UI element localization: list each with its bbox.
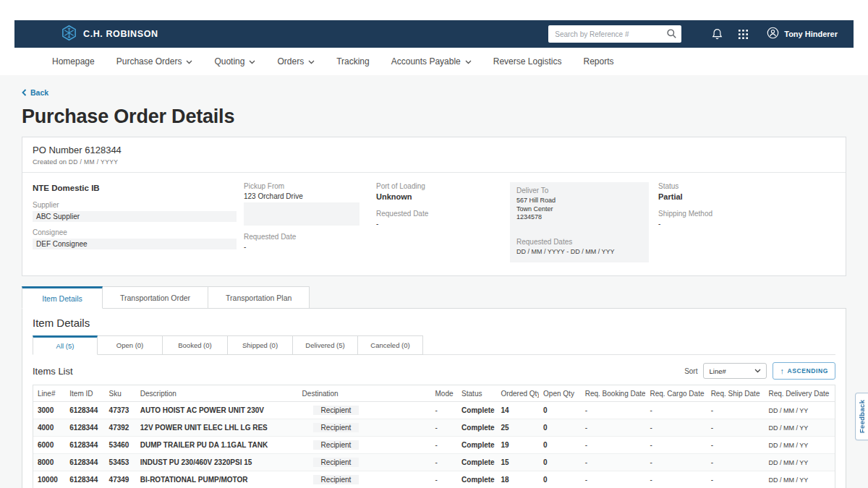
nav-item-purchase-orders[interactable]: Purchase Orders: [116, 56, 193, 67]
cell-req_delivery_date: DD / MM / YY: [764, 454, 835, 471]
col-header-mode: Mode: [431, 385, 458, 402]
cell-item_id: 6128344: [65, 402, 104, 419]
pickup-requested-date-value: -: [244, 243, 376, 251]
cell-status: Complete: [457, 454, 496, 471]
col-header-status: Status: [457, 385, 496, 402]
cell-open_qty: 0: [539, 402, 581, 419]
tab-panel: Item Details All (5)Open (0)Booked (0)Sh…: [22, 308, 846, 488]
filter-tab-open-0[interactable]: Open (0): [98, 335, 163, 355]
tab-item-details[interactable]: Item Details: [22, 286, 103, 309]
cell-item_id: 6128344: [65, 454, 104, 471]
status-column: Status Partial Shipping Method -: [658, 182, 835, 262]
arrow-up-icon: ↑: [780, 367, 784, 375]
nav-item-reports[interactable]: Reports: [584, 56, 614, 67]
search-input[interactable]: [548, 25, 681, 43]
item-status-filters: All (5)Open (0)Booked (0)Shipped (0)Deli…: [33, 335, 835, 355]
sort-label: Sort: [684, 367, 697, 375]
nav-item-quoting[interactable]: Quoting: [214, 56, 255, 67]
filter-tab-delivered-5[interactable]: Delivered (5): [293, 335, 358, 355]
cell-req_delivery_date: DD / MM / YY: [764, 402, 835, 419]
cell-sku: 47373: [105, 402, 136, 419]
apps-grid-icon[interactable]: [739, 30, 748, 39]
nav-item-tracking[interactable]: Tracking: [336, 56, 370, 67]
table-row[interactable]: 400061283444739212V POWER UNIT ELEC LHL …: [33, 419, 835, 437]
top-margin: [0, 0, 868, 20]
cell-req_delivery_date: DD / MM / YY: [764, 419, 835, 437]
cell-req_delivery_date: DD / MM / YY: [764, 471, 835, 488]
cell-description: AUTO HOIST AC POWER UNIT 230V: [136, 402, 298, 419]
tab-transportation-order[interactable]: Transportation Order: [103, 286, 208, 309]
user-name: Tony Hinderer: [784, 30, 838, 38]
cell-req_ship_date: -: [707, 471, 765, 488]
filter-tab-all-5[interactable]: All (5): [33, 335, 98, 355]
nav-item-reverse-logistics[interactable]: Reverse Logistics: [493, 56, 562, 67]
sort-selected-value: Line#: [709, 367, 754, 375]
chevron-down-icon: [249, 60, 255, 64]
col-header-req_cargo_date: Req. Cargo Date: [645, 385, 706, 402]
consignee-label: Consignee: [33, 228, 244, 236]
deliver-requested-dates-label: Requested Dates: [516, 238, 642, 246]
nav-item-homepage[interactable]: Homepage: [52, 56, 95, 67]
cell-line: 4000: [33, 419, 65, 437]
table-row[interactable]: 10000612834447349BI-ROTATIONAL PUMP/MOTO…: [33, 471, 835, 488]
feedback-button[interactable]: Feedback: [855, 393, 868, 440]
tab-transportation-plan[interactable]: Transportation Plan: [208, 286, 310, 309]
chevron-down-icon: [465, 60, 472, 64]
cell-description: BI-ROTATIONAL PUMP/MOTOR: [136, 471, 298, 488]
search-icon[interactable]: [666, 28, 677, 42]
chevron-down-icon: [308, 60, 315, 64]
cell-destination: Recipient: [298, 437, 431, 454]
cell-status: Complete: [457, 471, 496, 488]
pickup-from-label: Pickup From: [244, 182, 376, 190]
cell-item_id: 6128344: [65, 471, 104, 488]
brand[interactable]: C.H. ROBINSON: [61, 25, 158, 44]
user-menu[interactable]: Tony Hinderer: [767, 27, 838, 42]
reference-search: [548, 25, 681, 43]
section-heading: Item Details: [33, 317, 835, 329]
user-avatar-icon: [767, 27, 779, 42]
back-label: Back: [30, 88, 48, 97]
nav-item-accounts-payable[interactable]: Accounts Payable: [391, 56, 472, 67]
back-link[interactable]: Back: [22, 88, 48, 97]
cell-ordered_qty: 15: [496, 454, 539, 471]
notifications-bell-icon[interactable]: [712, 28, 723, 40]
deliver-to-column: Deliver To 567 Hill Road Town Center 123…: [510, 182, 658, 262]
filter-tab-canceled-0[interactable]: Canceled (0): [358, 335, 423, 355]
col-header-line: Line#: [33, 385, 65, 402]
cell-description: INDUST PU 230/460V 2320PSI 15: [136, 454, 298, 471]
col-header-description: Description: [136, 385, 298, 402]
cell-open_qty: 0: [539, 419, 581, 437]
cell-req_booking_date: -: [581, 402, 646, 419]
filter-tab-booked-0[interactable]: Booked (0): [163, 335, 228, 355]
cell-line: 10000: [33, 471, 65, 488]
cell-mode: -: [431, 454, 458, 471]
pickup-from-value: 123 Orchard Drive: [244, 192, 376, 200]
po-detail-tabs: Item DetailsTransportation OrderTranspor…: [22, 286, 846, 309]
table-row[interactable]: 3000612834447373AUTO HOIST AC POWER UNIT…: [33, 402, 835, 419]
cell-sku: 53453: [105, 454, 136, 471]
cell-sku: 47392: [105, 419, 136, 437]
status-badge: Partial: [658, 192, 835, 201]
cell-req_ship_date: -: [707, 419, 765, 437]
cell-line: 6000: [33, 437, 65, 454]
po-parties-column: NTE Domestic IB Supplier ABC Supplier Co…: [33, 182, 244, 262]
cell-req_cargo_date: -: [645, 419, 706, 437]
filter-tab-shipped-0[interactable]: Shipped (0): [228, 335, 293, 355]
sort-select[interactable]: Line#: [703, 363, 767, 379]
items-toolbar: Items List Sort Line# ↑ ASCENDING: [33, 362, 835, 380]
deliver-address-line: 1234578: [516, 213, 642, 222]
shipping-method-label: Shipping Method: [658, 210, 835, 218]
page-content: Back Purchase Order Details PO Number 61…: [0, 75, 868, 488]
deliver-address-line: 567 Hill Road: [516, 197, 642, 205]
po-number: PO Number 6128344: [33, 145, 835, 155]
col-header-req_ship_date: Req. Ship Date: [707, 385, 765, 402]
nav-item-orders[interactable]: Orders: [277, 56, 315, 67]
created-on-value: DD / MM / YYYY: [69, 158, 119, 166]
table-row[interactable]: 6000612834453460DUMP TRAILER PU DA 1.1GA…: [33, 437, 835, 454]
main-nav: HomepagePurchase OrdersQuotingOrdersTrac…: [0, 48, 868, 75]
cell-req_delivery_date: DD / MM / YY: [764, 437, 835, 454]
sort-direction-button[interactable]: ↑ ASCENDING: [773, 362, 835, 380]
table-row[interactable]: 8000612834453453INDUST PU 230/460V 2320P…: [33, 454, 835, 471]
deliver-to-label: Deliver To: [516, 187, 642, 194]
cell-mode: -: [431, 402, 458, 419]
